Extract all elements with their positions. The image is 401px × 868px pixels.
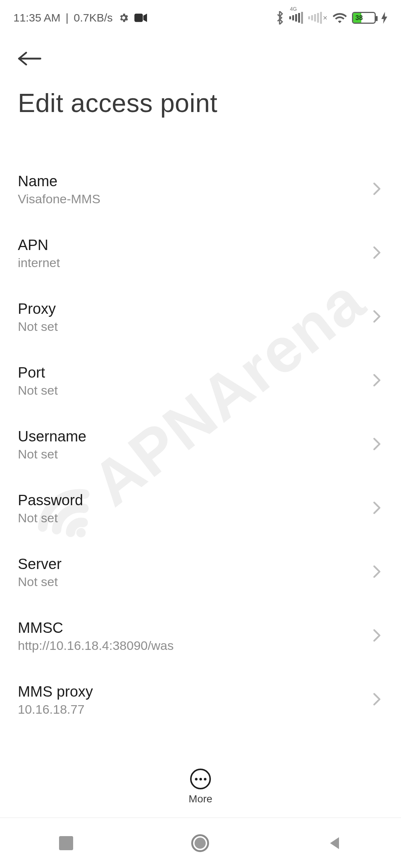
dot-icon [199,778,202,780]
chevron-right-icon [373,501,381,516]
signal-4g-icon: 4G [289,12,303,24]
row-password[interactable]: Password Not set [18,478,383,542]
page-title: Edit access point [18,88,383,118]
svg-rect-1 [134,14,143,22]
nav-recent-button[interactable] [59,836,73,850]
row-value: Not set [18,447,87,461]
chevron-right-icon [373,182,381,197]
row-value: 10.16.18.77 [18,702,93,717]
row-username[interactable]: Username Not set [18,414,383,478]
chevron-right-icon [373,246,381,261]
row-label: Username [18,428,87,445]
row-label: Name [18,173,100,190]
bluetooth-icon [275,11,284,24]
chevron-right-icon [373,374,381,388]
row-label: Password [18,492,83,509]
row-server[interactable]: Server Not set [18,542,383,605]
row-label: APN [18,237,60,253]
row-label: MMS proxy [18,683,93,700]
chevron-right-icon [373,565,381,580]
chevron-right-icon [373,629,381,644]
row-label: Server [18,556,62,572]
dot-icon [204,778,206,780]
status-sep: | [66,11,69,24]
row-value: Not set [18,575,62,589]
row-label: Port [18,364,58,381]
dot-icon [195,778,198,780]
row-apn[interactable]: APN internet [18,223,383,286]
more-label: More [189,793,212,805]
wifi-icon [333,12,347,23]
nav-back-button[interactable] [327,836,342,851]
battery-icon: 38 [352,12,376,24]
nav-home-button[interactable] [191,834,209,852]
arrow-left-icon [18,50,42,67]
row-mmsc[interactable]: MMSC http://10.16.18.4:38090/was [18,605,383,669]
row-value: Not set [18,511,83,525]
row-value: Not set [18,383,58,398]
signal-sim2-icon: ✕ [308,12,327,24]
status-time: 11:35 AM [13,11,61,24]
row-label: Proxy [18,300,58,317]
charging-icon [381,12,388,24]
chevron-right-icon [373,693,381,707]
settings-list: Name Visafone-MMS APN internet Proxy Not… [0,159,401,720]
back-button[interactable] [18,44,48,73]
video-icon [134,13,147,22]
row-value: internet [18,256,60,270]
more-button[interactable] [190,769,211,789]
chevron-right-icon [373,310,381,325]
row-port[interactable]: Port Not set [18,350,383,414]
status-bar: 11:35 AM | 0.7KB/s 4G ✕ 38 [0,0,401,29]
row-name[interactable]: Name Visafone-MMS [18,159,383,223]
row-value: http://10.16.18.4:38090/was [18,638,174,653]
status-netspeed: 0.7KB/s [74,11,113,24]
gear-icon [118,12,129,23]
row-mms-proxy[interactable]: MMS proxy 10.16.18.77 [18,669,383,720]
chevron-right-icon [373,437,381,452]
android-navbar [0,818,401,868]
row-label: MMSC [18,619,174,636]
row-value: Visafone-MMS [18,192,100,206]
row-value: Not set [18,319,58,334]
row-proxy[interactable]: Proxy Not set [18,286,383,350]
